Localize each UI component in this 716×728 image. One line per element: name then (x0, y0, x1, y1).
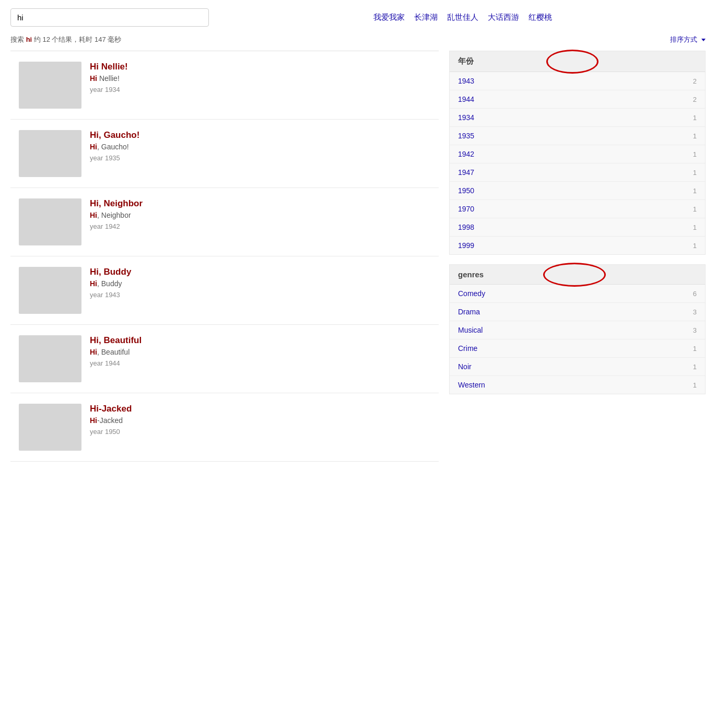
table-row: Hi, BuddyHi, Buddyyear 1943 (10, 256, 439, 325)
result-subtitle: Hi-Jacked (90, 416, 430, 425)
quick-link[interactable]: 乱世佳人 (447, 13, 478, 22)
result-year: year 1934 (90, 86, 430, 93)
search-summary: 搜索 hi 约 12 个结果，耗时 147 毫秒 (10, 35, 121, 44)
genre-count: 1 (693, 381, 697, 389)
years-list: 1943219442193411935119421194711950119701… (450, 72, 705, 254)
search-input[interactable] (10, 8, 209, 27)
list-item: 19471 (450, 163, 705, 182)
quick-link[interactable]: 我爱我家 (373, 13, 405, 22)
sub-bar: 搜索 hi 约 12 个结果，耗时 147 毫秒 排序方式 (10, 35, 706, 44)
hi-highlight: Hi (90, 130, 99, 140)
genre-count: 1 (693, 363, 697, 371)
list-item: Comedy6 (450, 285, 705, 303)
genre-filter-link[interactable]: Noir (458, 362, 472, 371)
quick-links: 我爱我家长津湖乱世佳人大话西游红樱桃 (219, 13, 706, 22)
result-thumbnail (19, 267, 81, 314)
genre-filter-link[interactable]: Comedy (458, 289, 485, 298)
year-count: 1 (693, 150, 697, 158)
year-filter-link[interactable]: 1950 (458, 186, 474, 195)
list-item: Crime1 (450, 339, 705, 358)
quick-link[interactable]: 大话西游 (488, 13, 519, 22)
list-item: 19432 (450, 72, 705, 90)
hi-highlight-sub: Hi (90, 416, 97, 425)
genre-count: 3 (693, 308, 697, 316)
result-info: Hi Nellie!Hi Nellie!year 1934 (90, 62, 430, 93)
list-item: 19351 (450, 127, 705, 145)
result-title[interactable]: Hi, Beautiful (90, 335, 430, 346)
year-filter-link[interactable]: 1944 (458, 95, 474, 103)
result-subtitle: Hi, Neighbor (90, 211, 430, 219)
year-count: 2 (693, 96, 697, 103)
year-filter-link[interactable]: 1935 (458, 132, 474, 140)
year-filter-link[interactable]: 1999 (458, 241, 474, 250)
result-subtitle: Hi Nellie! (90, 74, 430, 83)
genre-filter-link[interactable]: Drama (458, 308, 480, 316)
year-filter-link[interactable]: 1942 (458, 150, 474, 158)
year-count: 1 (693, 205, 697, 213)
year-count: 2 (693, 77, 697, 85)
year-filter-link[interactable]: 1970 (458, 205, 474, 213)
result-title[interactable]: Hi, Gaucho! (90, 130, 430, 140)
genre-filter-link[interactable]: Western (458, 381, 485, 389)
result-thumbnail (19, 198, 81, 245)
hi-highlight-sub: Hi (90, 348, 97, 356)
result-year: year 1944 (90, 359, 430, 367)
result-year: year 1950 (90, 428, 430, 436)
table-row: Hi, BeautifulHi, Beautifulyear 1944 (10, 325, 439, 393)
result-title[interactable]: Hi-Jacked (90, 404, 430, 414)
result-info: Hi, Gaucho!Hi, Gaucho!year 1935 (90, 130, 430, 162)
year-filter-link[interactable]: 1943 (458, 77, 474, 85)
year-circle-annotation (546, 50, 598, 74)
year-filter-link[interactable]: 1934 (458, 113, 474, 122)
genre-count: 1 (693, 345, 697, 353)
hi-highlight: Hi (90, 404, 99, 414)
top-bar: 我爱我家长津湖乱世佳人大话西游红樱桃 (10, 8, 706, 27)
quick-link[interactable]: 红樱桃 (529, 13, 552, 22)
result-info: Hi, BuddyHi, Buddyyear 1943 (90, 267, 430, 299)
list-item: Western1 (450, 376, 705, 394)
list-item: Drama3 (450, 303, 705, 321)
hi-highlight-sub: Hi (90, 143, 97, 151)
sort-button[interactable]: 排序方式 (670, 35, 706, 44)
year-count: 1 (693, 114, 697, 122)
genres-circle-annotation (543, 263, 606, 287)
genre-filter-link[interactable]: Crime (458, 344, 477, 353)
list-item: 19501 (450, 182, 705, 200)
hi-highlight-sub: Hi (90, 74, 97, 83)
year-filter-link[interactable]: 1998 (458, 223, 474, 231)
result-info: Hi-JackedHi-Jackedyear 1950 (90, 404, 430, 436)
results-list: Hi Nellie!Hi Nellie!year 1934Hi, Gaucho!… (10, 51, 439, 462)
table-row: Hi-JackedHi-Jackedyear 1950 (10, 393, 439, 462)
hi-highlight: Hi (90, 198, 99, 208)
year-count: 1 (693, 132, 697, 140)
genres-section-title: genres (450, 265, 705, 285)
list-item: 19701 (450, 200, 705, 218)
result-year: year 1943 (90, 291, 430, 299)
years-section-title: 年份 (450, 51, 705, 72)
result-title[interactable]: Hi Nellie! (90, 62, 430, 72)
genre-count: 6 (693, 290, 697, 298)
result-title[interactable]: Hi, Buddy (90, 267, 430, 277)
result-title[interactable]: Hi, Neighbor (90, 198, 430, 209)
genre-filter-link[interactable]: Musical (458, 326, 483, 334)
table-row: Hi, Gaucho!Hi, Gaucho!year 1935 (10, 120, 439, 188)
genre-count: 3 (693, 326, 697, 334)
search-keyword: hi (26, 36, 32, 43)
list-item: 19981 (450, 218, 705, 237)
hi-highlight: Hi (90, 335, 99, 345)
year-count: 1 (693, 224, 697, 231)
result-thumbnail (19, 62, 81, 109)
list-item: 19421 (450, 145, 705, 163)
quick-link[interactable]: 长津湖 (414, 13, 438, 22)
table-row: Hi Nellie!Hi Nellie!year 1934 (10, 51, 439, 120)
list-item: Noir1 (450, 358, 705, 376)
result-info: Hi, NeighborHi, Neighboryear 1942 (90, 198, 430, 230)
result-thumbnail (19, 404, 81, 451)
sort-label: 排序方式 (670, 35, 697, 44)
hi-highlight: Hi (90, 62, 99, 72)
hi-highlight-sub: Hi (90, 279, 97, 288)
year-filter-link[interactable]: 1947 (458, 168, 474, 177)
search-box (10, 8, 209, 27)
years-section: 年份 1943219442193411935119421194711950119… (449, 51, 706, 255)
result-info: Hi, BeautifulHi, Beautifulyear 1944 (90, 335, 430, 367)
